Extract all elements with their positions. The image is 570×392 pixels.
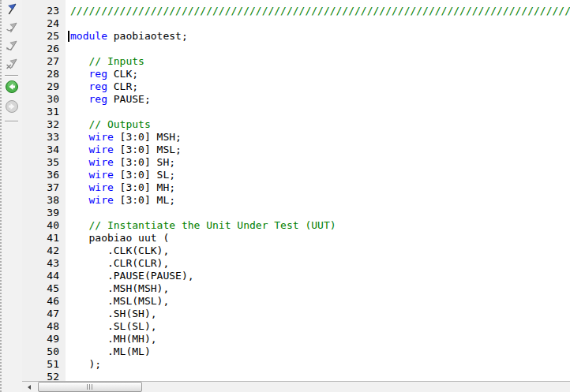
line-number: 47 (22, 308, 66, 320)
line-number: 28 (22, 68, 66, 80)
scrollbar-left-arrow-button[interactable] (22, 382, 36, 392)
code-text: [3:0] SL; (114, 169, 175, 181)
code-text: ); (70, 358, 101, 370)
code-line[interactable] (70, 43, 570, 55)
line-number: 30 (22, 93, 66, 106)
code-text (70, 156, 88, 168)
verilog-comment: // Instantiate the Unit Under Test (UUT) (88, 219, 336, 231)
line-number: 24 (22, 17, 66, 30)
verilog-keyword: reg (88, 80, 107, 92)
line-number: 51 (22, 358, 66, 371)
code-text (70, 118, 88, 130)
line-number: 33 (22, 131, 66, 144)
code-line[interactable]: paobiao uut ( (70, 232, 570, 245)
toggle-bookmark-button[interactable] (4, 2, 20, 18)
code-line[interactable]: .PAUSE(PAUSE), (70, 270, 570, 282)
code-text: [3:0] MSL; (114, 144, 182, 155)
code-line[interactable]: .SL(SL), (70, 320, 570, 333)
code-text: .ML(ML) (70, 345, 151, 357)
verilog-comment: // Outputs (88, 118, 150, 130)
editor-margin-toolbar (0, 0, 24, 392)
line-number: 50 (22, 345, 66, 358)
go-forward-button[interactable] (4, 99, 20, 115)
code-line[interactable]: reg CLR; (70, 80, 570, 93)
code-line[interactable] (70, 371, 570, 381)
code-line[interactable]: .MSH(MSH), (70, 282, 570, 295)
code-text: .CLR(CLR), (70, 257, 169, 269)
code-line[interactable]: .CLK(CLK), (70, 245, 570, 257)
verilog-keyword: wire (88, 181, 113, 193)
code-line[interactable]: .ML(ML) (70, 345, 570, 358)
line-number: 34 (22, 144, 66, 156)
verilog-keyword: wire (88, 169, 113, 181)
code-text: paobiaotest; (107, 30, 188, 42)
code-text: [3:0] MSH; (114, 131, 182, 143)
code-text: CLR; (107, 80, 138, 92)
code-line[interactable] (70, 106, 570, 118)
clear-bookmarks-button[interactable] (4, 57, 20, 73)
code-area[interactable]: ////////////////////////////////////////… (66, 0, 570, 381)
code-text: .SL(SL), (70, 320, 157, 332)
code-text (70, 55, 88, 67)
line-number-gutter: 2324252627282930313233343536373839404142… (22, 0, 66, 381)
code-line[interactable]: wire [3:0] MSL; (70, 144, 570, 156)
next-bookmark-flag-icon (6, 21, 19, 36)
horizontal-scrollbar[interactable] (22, 381, 570, 392)
line-number: 37 (22, 181, 66, 194)
code-text: .PAUSE(PAUSE), (70, 270, 194, 282)
code-line[interactable]: // Instantiate the Unit Under Test (UUT) (70, 219, 570, 232)
code-line[interactable]: wire [3:0] SH; (70, 156, 570, 169)
code-line[interactable] (70, 207, 570, 219)
line-number: 46 (22, 295, 66, 308)
next-bookmark-button[interactable] (4, 21, 20, 36)
code-line[interactable]: ); (70, 358, 570, 371)
code-line[interactable]: // Outputs (70, 118, 570, 131)
code-line[interactable]: .CLR(CLR), (70, 257, 570, 270)
code-line[interactable]: wire [3:0] ML; (70, 194, 570, 207)
code-line[interactable]: // Inputs (70, 55, 570, 68)
code-text (70, 194, 88, 206)
verilog-keyword: reg (88, 68, 107, 80)
left-triangle-icon (28, 385, 31, 390)
code-line[interactable]: wire [3:0] MH; (70, 181, 570, 194)
line-number: 29 (22, 80, 66, 93)
code-line[interactable]: ////////////////////////////////////////… (70, 5, 570, 17)
scrollbar-thumb[interactable] (38, 382, 142, 392)
code-line[interactable]: .MSL(MSL), (70, 295, 570, 308)
code-text: [3:0] MH; (114, 181, 175, 193)
code-text: [3:0] ML; (114, 194, 175, 206)
code-text (70, 93, 88, 105)
code-text (70, 169, 88, 181)
previous-bookmark-button[interactable] (4, 39, 20, 54)
verilog-keyword: wire (88, 156, 113, 168)
text-caret (68, 31, 69, 42)
code-line[interactable]: module paobiaotest; (70, 30, 570, 43)
code-text: .MH(MH), (70, 333, 157, 345)
code-line[interactable]: reg PAUSE; (70, 93, 570, 106)
code-text: paobiao uut ( (70, 232, 169, 244)
bookmark-flag-icon (6, 2, 19, 18)
verilog-keyword: wire (88, 144, 113, 155)
line-number: 49 (22, 333, 66, 345)
go-back-button[interactable] (4, 80, 20, 95)
code-text: .MSL(MSL), (70, 295, 169, 307)
toolbar-separator (5, 121, 18, 122)
code-text (70, 131, 88, 143)
code-text: CLK; (107, 68, 138, 80)
code-text: [3:0] SH; (114, 156, 175, 168)
line-number: 31 (22, 106, 66, 118)
toolbar-separator (5, 75, 18, 77)
code-line[interactable]: wire [3:0] MSH; (70, 131, 570, 144)
verilog-keyword: reg (88, 93, 107, 105)
code-line[interactable]: .SH(SH), (70, 308, 570, 320)
code-text: .CLK(CLK), (70, 245, 169, 256)
line-number: 36 (22, 169, 66, 181)
line-number: 44 (22, 270, 66, 282)
code-line[interactable]: reg CLK; (70, 68, 570, 80)
code-line[interactable] (70, 17, 570, 30)
clear-bookmarks-flag-icon (6, 57, 19, 73)
verilog-keyword: wire (88, 194, 113, 206)
code-line[interactable]: wire [3:0] SL; (70, 169, 570, 181)
code-line[interactable]: .MH(MH), (70, 333, 570, 345)
verilog-editor-window: 2324252627282930313233343536373839404142… (0, 0, 570, 392)
